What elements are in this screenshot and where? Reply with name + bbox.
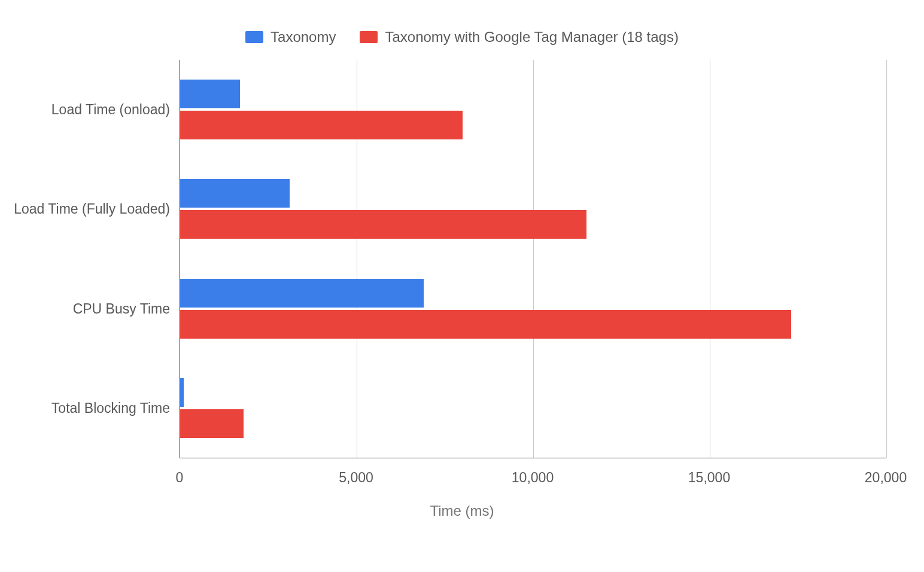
bar-cat2-series0	[180, 279, 424, 308]
category-label-3: Total Blocking Time	[2, 400, 170, 416]
x-tick-4: 20,000	[865, 470, 907, 486]
bar-cat3-series1	[180, 409, 244, 438]
x-tick-3: 15,000	[688, 470, 730, 486]
legend-item-1: Taxonomy with Google Tag Manager (18 tag…	[360, 29, 679, 45]
plot-area	[180, 60, 886, 458]
x-tick-2: 10,000	[512, 470, 554, 486]
legend-item-0: Taxonomy	[245, 29, 336, 45]
bar-cat1-series1	[180, 210, 586, 239]
category-label-0: Load Time (onload)	[2, 102, 170, 118]
category-label-2: CPU Busy Time	[2, 300, 170, 317]
bar-cat2-series1	[180, 310, 791, 339]
x-tick-0: 0	[176, 470, 184, 486]
bar-cat3-series0	[180, 378, 184, 407]
gridline-10000	[533, 60, 534, 458]
bar-cat1-series0	[180, 179, 290, 208]
bar-cat0-series0	[180, 80, 240, 108]
chart-container: Taxonomy Taxonomy with Google Tag Manage…	[0, 0, 924, 572]
legend-swatch-1	[360, 31, 378, 43]
legend-label-1: Taxonomy with Google Tag Manager (18 tag…	[385, 29, 679, 45]
bar-cat0-series1	[180, 111, 463, 139]
x-axis-title: Time (ms)	[0, 503, 924, 519]
gridline-15000	[710, 60, 710, 458]
legend-label-0: Taxonomy	[270, 29, 336, 45]
gridline-20000	[886, 60, 887, 458]
category-label-1: Load Time (Fully Loaded)	[2, 201, 170, 217]
legend: Taxonomy Taxonomy with Google Tag Manage…	[0, 29, 924, 45]
legend-swatch-0	[245, 31, 263, 43]
x-tick-1: 5,000	[339, 470, 373, 486]
